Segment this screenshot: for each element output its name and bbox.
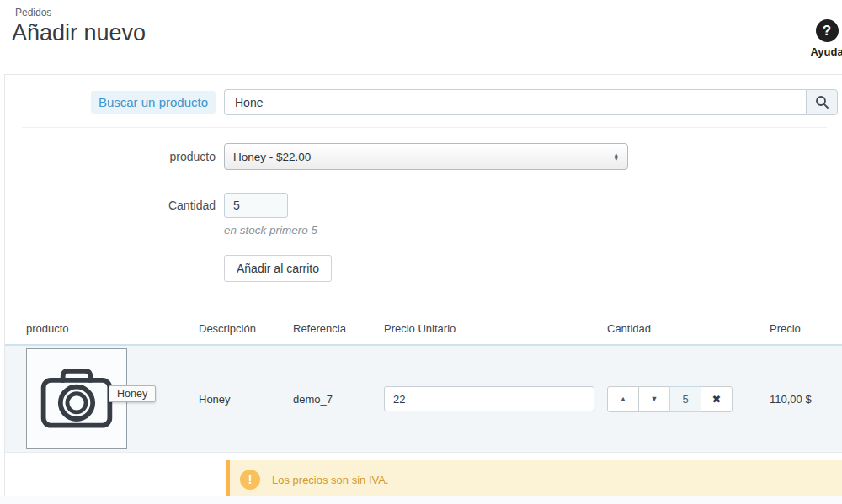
camera-icon xyxy=(36,358,117,439)
quantity-label: Cantidad xyxy=(168,199,216,212)
search-product-label: Buscar un producto xyxy=(91,91,216,114)
header-precio: Precio xyxy=(770,322,842,335)
cell-reference: demo_7 xyxy=(293,393,384,406)
page-header: Pedidos Añadir nuevo ? Ayuda xyxy=(0,0,842,74)
cart-table-header: producto Descripción Referencia Precio U… xyxy=(5,303,842,346)
quantity-display: 5 xyxy=(669,386,701,412)
quantity-stepper: ▲ ▼ 5 ✖ xyxy=(607,386,770,412)
warning-alert: ! Los precios son sin IVA. xyxy=(226,460,842,499)
up-arrow-icon: ▲ xyxy=(620,395,627,403)
search-input-group xyxy=(224,89,838,115)
separator xyxy=(22,127,827,128)
cell-description: Honey xyxy=(199,393,293,406)
product-search-input[interactable] xyxy=(224,89,806,115)
header-precio-unitario: Precio Unitario xyxy=(384,322,607,335)
product-select-value: Honey - $22.00 xyxy=(233,151,614,163)
page-title: Añadir nuevo xyxy=(12,20,146,46)
order-add-page: Pedidos Añadir nuevo ? Ayuda Buscar un p… xyxy=(0,0,842,504)
help-button[interactable]: ? Ayuda xyxy=(803,19,842,58)
unit-price-input[interactable] xyxy=(384,386,594,411)
stock-hint: en stock primero 5 xyxy=(224,224,317,236)
product-name-tooltip: Honey xyxy=(109,385,156,402)
remove-product-button[interactable]: ✖ xyxy=(701,386,733,412)
warning-icon: ! xyxy=(240,470,260,490)
product-select-row: producto Honey - $22.00 ▲ ▼ xyxy=(5,143,842,170)
cart-table-row: Honey Honey demo_7 ▲ ▼ 5 xyxy=(5,346,842,453)
separator xyxy=(22,294,827,294)
product-label: producto xyxy=(170,150,216,163)
select-arrows-icon: ▲ ▼ xyxy=(614,152,619,161)
quantity-decrease-button[interactable]: ▼ xyxy=(638,386,670,412)
header-producto: producto xyxy=(5,322,199,335)
header-cantidad: Cantidad xyxy=(607,322,770,335)
warning-text: Los precios son sin IVA. xyxy=(272,474,389,486)
page-bottom-strip xyxy=(0,496,842,504)
add-to-cart-button[interactable]: Añadir al carrito xyxy=(224,255,332,282)
header-descripcion: Descripción xyxy=(199,322,293,335)
cell-total-price: 110,00 $ xyxy=(770,393,842,406)
quantity-row: Cantidad xyxy=(5,193,842,218)
product-search-row: Buscar un producto xyxy=(5,89,842,115)
quantity-increase-button[interactable]: ▲ xyxy=(607,386,639,412)
breadcrumb: Pedidos xyxy=(15,7,51,19)
quantity-input[interactable] xyxy=(224,193,288,218)
product-select[interactable]: Honey - $22.00 ▲ ▼ xyxy=(224,143,628,170)
magnifier-icon xyxy=(815,95,829,109)
header-referencia: Referencia xyxy=(293,322,384,335)
help-label: Ayuda xyxy=(810,45,842,58)
x-icon: ✖ xyxy=(712,393,722,406)
down-arrow-icon: ▼ xyxy=(651,395,658,403)
order-form-panel: Buscar un producto producto xyxy=(4,74,842,496)
search-button[interactable] xyxy=(806,89,838,115)
question-mark-icon: ? xyxy=(816,19,839,42)
